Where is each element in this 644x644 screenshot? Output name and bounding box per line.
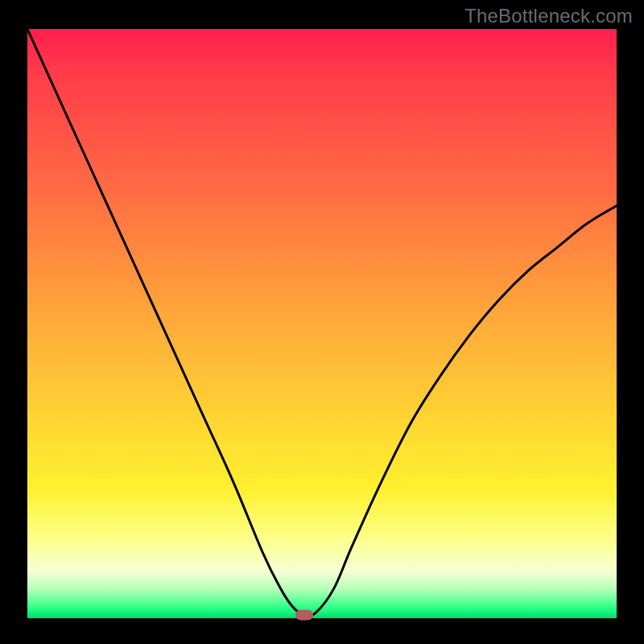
bottleneck-curve-path [27, 29, 617, 616]
watermark-text: TheBottleneck.com [464, 5, 633, 27]
plot-area [27, 29, 617, 618]
optimum-marker [295, 610, 313, 621]
chart-container: TheBottleneck.com [0, 0, 644, 644]
curve-svg [27, 29, 617, 618]
